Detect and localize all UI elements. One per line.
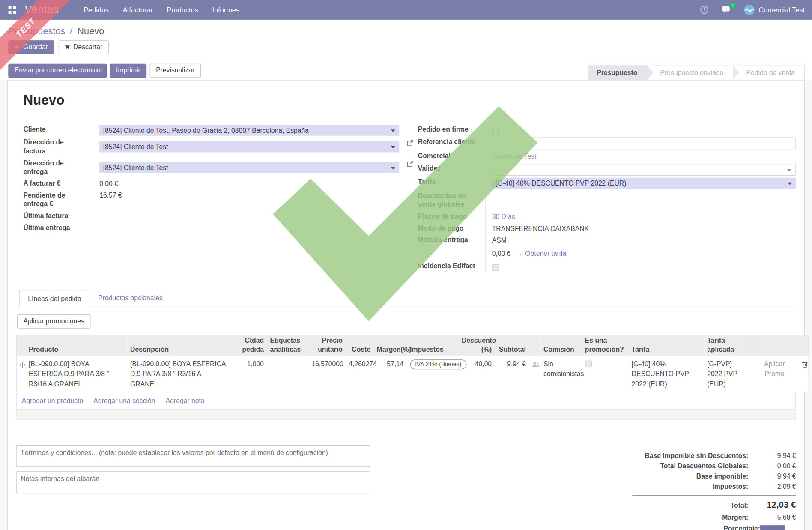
form-sheet: Nuevo Cliente [8524] Cliente de Test, Pa… <box>7 80 805 530</box>
col-etiquetas-analiticas[interactable]: Etiquetas analíticas <box>267 335 308 356</box>
check-icon: ✔ <box>15 43 20 51</box>
breadcrumb-separator: / <box>70 26 72 36</box>
referencia-cliente-input[interactable] <box>492 137 796 149</box>
tarifa-select[interactable]: [G-40] 40% DESCUENTO PVP 2022 (EUR) <box>492 178 796 189</box>
app-brand[interactable]: Ventas <box>25 3 59 16</box>
aplicar-promo-button[interactable]: Aplicar Promo <box>764 360 785 378</box>
messages-icon[interactable]: 1 <box>721 6 731 15</box>
user-name: Comercial Test <box>758 6 805 14</box>
external-link-icon[interactable] <box>406 160 414 167</box>
cell-ctdad[interactable]: 1,000 <box>231 356 267 392</box>
cliente-value: [8524] Cliente de Test, Paseo de Gracia … <box>103 126 309 134</box>
descuentos-globales-value[interactable] <box>485 190 796 211</box>
cell-producto[interactable]: [BL-090.0.00] BOYA ESFERICA D.9 PARA 3/8… <box>26 356 127 392</box>
agregar-nota-link[interactable]: Agregar nota <box>166 397 205 405</box>
field-tarifa: Tarifa [G-40] 40% DESCUENTO PVP 2022 (EU… <box>418 177 796 190</box>
agregar-seccion-link[interactable]: Agregar una sección <box>93 397 155 405</box>
col-coste[interactable]: Coste <box>346 335 373 356</box>
a-facturar-value: 0,00 € <box>99 180 118 188</box>
total-row-total: Total: 12,03 € <box>632 499 796 512</box>
cell-tarifa-aplicada[interactable]: [G-PVP] 2022 PVP (EUR) <box>704 356 751 392</box>
discard-button[interactable]: ✖ Descartar <box>58 40 109 54</box>
cell-tarifa[interactable]: [G-40] 40% DESCUENTO PVP 2022 (EUR) <box>628 356 704 392</box>
save-button[interactable]: ✔ Guardar <box>8 40 54 54</box>
status-step-pedido-de-venta[interactable]: Pedido de venta <box>733 65 804 80</box>
total-label: Margen: <box>632 513 748 521</box>
col-precio-unitario[interactable]: Precio unitario <box>308 335 346 356</box>
field-group-left: Cliente [8524] Cliente de Test, Paseo de… <box>23 124 399 272</box>
tax-badge: IVA 21% (Bienes) <box>410 359 466 369</box>
cell-descripcion[interactable]: [BL-090.0.00] BOYA ESFERICA D.9 PARA 3/8… <box>127 356 231 392</box>
incidencia-edifact-checkbox <box>492 264 499 271</box>
apps-grid-icon[interactable] <box>7 6 16 14</box>
user-menu[interactable]: Comercial Test <box>744 5 805 15</box>
nav-item-a-facturar[interactable]: A facturar <box>123 6 153 14</box>
field-coste-envio: 0,00 € → Obtener tarifa <box>418 246 796 261</box>
tarifa-value: [G-40] 40% DESCUENTO PVP 2022 (EUR) <box>496 180 626 187</box>
cell-etiquetas[interactable] <box>267 356 308 392</box>
activities-clock-icon[interactable] <box>700 5 709 15</box>
field-label-referencia-cliente: Referencia cliente <box>418 136 485 150</box>
cell-impuestos[interactable]: IVA 21% (Bienes) <box>407 356 459 392</box>
col-producto[interactable]: Producto <box>26 335 127 356</box>
col-tarifa-aplicada[interactable]: Tarifa aplicada <box>704 335 751 356</box>
pendiente-entrega-value: 16,57 € <box>99 191 122 199</box>
send-email-button[interactable]: Enviar por correo electrónico <box>8 64 107 78</box>
field-referencia-cliente: Referencia cliente <box>418 136 796 150</box>
tab-lineas-del-pedido[interactable]: Líneas del pedido <box>19 290 90 307</box>
col-subtotal[interactable]: Subtotal <box>495 335 529 356</box>
commission-users-icon[interactable] <box>529 356 540 392</box>
field-label-pendiente-entrega: Pendiente de entrega € <box>23 190 93 210</box>
col-comision[interactable]: Comisión <box>540 335 582 356</box>
save-label: Guardar <box>23 43 48 51</box>
pedido-en-firme-checkbox[interactable] <box>492 127 499 134</box>
nav-item-productos[interactable]: Productos <box>167 6 198 14</box>
col-descuento[interactable]: Descuento (%) <box>459 335 495 356</box>
print-button[interactable]: Imprimir <box>110 64 147 78</box>
obtener-tarifa-link[interactable]: → Obtener tarifa <box>516 250 567 258</box>
field-label-metodo-entrega: Método entrega <box>418 234 485 246</box>
field-ultima-factura: Última factura <box>23 210 399 222</box>
nav-item-pedidos[interactable]: Pedidos <box>84 6 109 14</box>
field-label-comercial: Comercial <box>418 150 485 163</box>
field-label-direccion-entrega: Dirección de entrega <box>23 157 93 178</box>
total-value: 2,09 € <box>748 483 796 491</box>
status-step-presupuesto[interactable]: Presupuesto <box>588 65 647 80</box>
aplicar-promociones-button[interactable]: Aplicar promociones <box>17 314 90 329</box>
page: Ventas Pedidos A facturar Productos Info… <box>0 0 812 530</box>
notas-internas-textarea[interactable] <box>16 472 370 494</box>
bottom-section: Base Imponible sin Descuentos: 9,94 € To… <box>16 445 796 530</box>
col-tarifa[interactable]: Tarifa <box>628 335 704 356</box>
terminos-condiciones-textarea[interactable] <box>16 445 370 467</box>
delete-line-icon[interactable] <box>798 356 809 392</box>
agregar-producto-link[interactable]: Agregar un producto <box>22 397 83 405</box>
direccion-factura-select[interactable]: [8524] Cliente de Test <box>99 141 399 152</box>
status-step-presupuesto-enviado[interactable]: Presupuesto enviado <box>647 65 733 80</box>
col-es-promocion[interactable]: Es una promoción? <box>582 335 629 356</box>
total-row-base-imponible: Base imponible: 9,94 € <box>632 471 796 482</box>
cell-coste[interactable]: 4,260274 <box>346 356 373 392</box>
tab-productos-opcionales[interactable]: Productos opcionales <box>90 290 171 307</box>
col-margen[interactable]: Margen(%) <box>373 335 406 356</box>
col-ctdad-pedida[interactable]: Ctdad pedida <box>231 335 267 356</box>
statusbar: Presupuesto Presupuesto enviado Pedido d… <box>588 65 805 80</box>
notebook-tabs: Líneas del pedido Productos opcionales <box>16 290 796 307</box>
order-line-row[interactable]: [BL-090.0.00] BOYA ESFERICA D.9 PARA 3/8… <box>16 356 809 392</box>
total-value: 5,68 € <box>748 513 796 521</box>
breadcrumb-presupuestos[interactable]: Presupuestos <box>8 26 65 36</box>
cell-margen[interactable]: 57,14 <box>373 356 406 392</box>
col-impuestos[interactable]: Impuestos <box>407 335 459 356</box>
drag-handle-icon[interactable] <box>16 356 26 392</box>
messages-count-badge: 1 <box>729 2 737 9</box>
external-link-icon[interactable] <box>406 139 414 147</box>
nav-item-informes[interactable]: Informes <box>212 6 240 14</box>
direccion-entrega-select[interactable]: [8524] Cliente de Test <box>99 162 399 173</box>
cell-comision[interactable]: Sin comisionistas <box>540 356 582 392</box>
plazos-pago-value[interactable]: 30 Días <box>492 213 515 221</box>
total-value: 9,94 € <box>748 473 796 480</box>
col-descripcion[interactable]: Descripción <box>127 335 231 356</box>
preview-button[interactable]: Previsualizar <box>150 64 201 78</box>
validez-input[interactable] <box>492 164 796 176</box>
cell-precio-unitario[interactable]: 16,570000 <box>308 356 346 392</box>
cliente-select[interactable]: [8524] Cliente de Test, Paseo de Gracia … <box>99 125 399 135</box>
